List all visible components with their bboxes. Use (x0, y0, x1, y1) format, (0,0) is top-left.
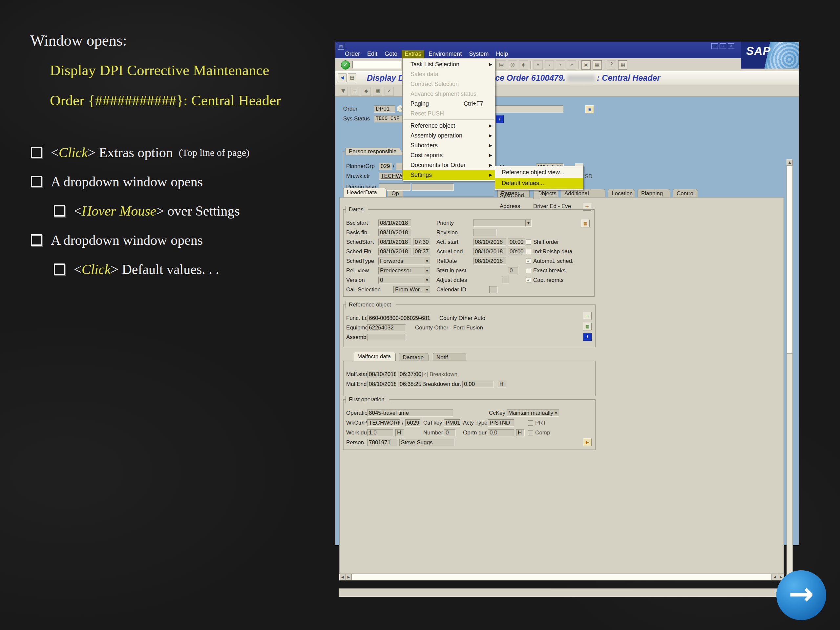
operation-detail-icon[interactable]: ▶ (583, 438, 592, 446)
horizontal-scrollbar[interactable]: ◀ ▶ ◀ ▶ (339, 574, 784, 581)
scroll-up-icon[interactable]: ▲ (786, 159, 793, 165)
first-page-icon[interactable]: « (534, 60, 543, 69)
menu-item-reference-object[interactable]: Reference object▶ (403, 121, 495, 131)
submenu-item-default-values[interactable]: Default values... (495, 178, 583, 189)
menu-environment[interactable]: Environment (426, 50, 465, 58)
previous-page-icon[interactable]: ‹ (545, 60, 554, 69)
field-pm01[interactable]: PM01 (444, 419, 460, 426)
submenu-item-reference-object-view[interactable]: Reference object view... (495, 167, 583, 178)
field-029[interactable]: 029 (379, 163, 392, 170)
shortcut-icon[interactable]: ▦ (592, 60, 602, 69)
checkbox-cap-reqmts[interactable]: ✓ (526, 278, 531, 283)
tab-damage[interactable]: Damage (399, 353, 428, 361)
enter-icon[interactable]: ✓ (341, 60, 350, 69)
tab-planning[interactable]: Planning (638, 189, 670, 197)
menu-goto[interactable]: Goto (382, 50, 400, 58)
system-menu-icon[interactable]: ▤ (338, 43, 344, 49)
matchcode-icon[interactable]: ▣ (585, 105, 594, 113)
field-maintain-manually[interactable]: Maintain manually▼ (507, 409, 559, 417)
field-06-37-00[interactable]: 06:37:00 (398, 371, 422, 378)
list-icon[interactable]: ≡ (350, 87, 359, 96)
menu-order[interactable]: Order (342, 50, 363, 58)
field-08-10-2018[interactable]: 08/10/2018 (367, 371, 396, 378)
field-0[interactable]: 0 (444, 429, 456, 436)
tab-notif-dates[interactable]: Notif. dates (433, 353, 466, 361)
field-0[interactable]: 0▼ (378, 276, 430, 284)
field-forwards[interactable]: Forwards▼ (378, 257, 430, 265)
dropdown-icon[interactable]: ▼ (424, 258, 430, 264)
menu-item-task-list-selection[interactable]: Task List Selection▶ (403, 59, 495, 69)
field-00-00[interactable]: 00:00 (508, 248, 525, 255)
filter-icon[interactable]: ▼ (339, 87, 348, 96)
minimize-button[interactable]: — (711, 43, 718, 49)
field-blank[interactable] (489, 286, 498, 293)
maximize-button[interactable]: □ (720, 43, 726, 49)
tab-headerdata[interactable]: HeaderData (343, 188, 387, 197)
field-blank[interactable]: ▼ (473, 219, 532, 227)
field-06-38-25[interactable]: 06:38:25 (398, 381, 422, 388)
field-h[interactable]: H (516, 429, 525, 436)
menu-item-settings[interactable]: Settings▶ (403, 170, 495, 180)
checkbox-shift-order[interactable] (526, 240, 531, 245)
field-08-10-2018[interactable]: 08/10/2018 (473, 257, 506, 265)
field-08-10-2018[interactable]: 08/10/2018 (378, 238, 411, 246)
field-6029[interactable]: 6029 (405, 419, 420, 426)
scroll-left-icon-2[interactable]: ◀ (772, 574, 778, 581)
tab-malfnctn-data[interactable]: Malfnctn data (354, 352, 396, 361)
checkbox-prt[interactable] (528, 420, 533, 426)
find-next-icon[interactable]: ◈ (519, 60, 528, 69)
dropdown-icon[interactable]: ▼ (525, 220, 531, 226)
field-pistnd[interactable]: PISTND (488, 419, 514, 426)
tab-additional-data[interactable]: Additional Data (561, 189, 605, 197)
tab-control[interactable]: Control (673, 189, 698, 197)
order-type-field[interactable]: DP01 (374, 105, 395, 112)
field-1-0[interactable]: 1.0 (367, 429, 393, 436)
dropdown-icon[interactable]: ▼ (424, 286, 430, 293)
calendar-icon[interactable]: ▦ (581, 219, 590, 227)
menu-help[interactable]: Help (493, 50, 511, 58)
close-button[interactable]: × (728, 43, 734, 49)
last-page-icon[interactable]: » (567, 60, 576, 69)
checkbox-automat-sched[interactable]: ✓ (526, 259, 531, 264)
field-systcond[interactable] (533, 192, 540, 199)
field-from-wor[interactable]: From Wor..▼ (393, 286, 430, 293)
menu-item-documents-for-order[interactable]: Documents for Order▶ (403, 160, 495, 170)
field-660-006800-006029-6810[interactable]: 660-006800-006029-6810 (367, 315, 430, 322)
field-08-10-2018[interactable]: 08/10/2018 (473, 238, 506, 246)
object-structure-icon[interactable]: ▦ (583, 322, 592, 330)
structure-list-icon[interactable]: ≡ (583, 312, 592, 320)
checkbox-comp[interactable] (528, 430, 533, 436)
menu-extras[interactable]: Extras (402, 50, 424, 58)
refresh-icon[interactable]: ◆ (362, 87, 371, 96)
field-0-00[interactable]: 0.00 (462, 381, 494, 388)
field-08-37[interactable]: 08:37 (413, 248, 430, 255)
field-0-0[interactable]: 0.0 (488, 429, 514, 436)
field-08-10-2018[interactable]: 08/10/2018 (367, 381, 396, 388)
field-0[interactable]: 0 (508, 267, 518, 274)
vscroll-thumb[interactable] (787, 166, 793, 354)
field-08-10-2018[interactable]: 08/10/2018 (378, 219, 411, 227)
exit-icon[interactable]: ◀ (338, 74, 346, 82)
field-00-00[interactable]: 00:00 (508, 238, 525, 246)
field-07-30[interactable]: 07:30 (413, 238, 430, 246)
menu-item-assembly-operation[interactable]: Assembly operation▶ (403, 131, 495, 141)
vertical-scrollbar[interactable]: ▲ ▼ (786, 159, 793, 581)
dropdown-icon[interactable]: ▼ (424, 277, 430, 284)
order-docs-icon[interactable]: ▣ (373, 87, 382, 96)
dropdown-icon[interactable]: ▼ (424, 267, 430, 274)
field-steve-suggs[interactable]: Steve Suggs (399, 439, 455, 446)
new-session-icon[interactable]: ▣ (581, 60, 591, 69)
field-7801971[interactable]: 7801971 (367, 439, 397, 446)
field-predecessor[interactable]: Predecessor▼ (378, 267, 430, 274)
hscroll-track[interactable] (352, 574, 772, 581)
next-page-icon[interactable]: › (556, 60, 565, 69)
field-08-10-2018[interactable]: 08/10/2018 (378, 248, 411, 255)
field-blank[interactable] (502, 276, 509, 284)
field-62264032[interactable]: 62264032 (367, 324, 406, 332)
menu-item-suborders[interactable]: Suborders▶ (403, 141, 495, 150)
command-field[interactable] (352, 61, 401, 69)
checkbox-exact-breaks[interactable] (526, 268, 531, 273)
menu-item-cost-reports[interactable]: Cost reports▶ (403, 150, 495, 160)
field-08-10-2018[interactable]: 08/10/2018 (378, 229, 411, 236)
confirm-icon[interactable]: ✓ (385, 87, 394, 96)
